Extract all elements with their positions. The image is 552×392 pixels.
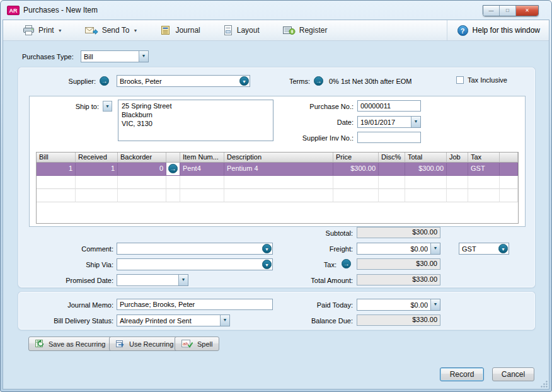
cell-empty[interactable]: [447, 176, 468, 189]
delivery-status-combo[interactable]: ▼: [117, 314, 230, 326]
supplier-detail-arrow-icon[interactable]: →: [100, 76, 109, 86]
promised-date-dropdown-icon[interactable]: ▼: [178, 275, 188, 285]
cell-empty[interactable]: [224, 189, 333, 202]
cell-empty[interactable]: [405, 189, 447, 202]
date-dropdown-icon[interactable]: ▼: [411, 117, 420, 127]
ship-via-combo[interactable]: ▼: [117, 258, 273, 270]
cell-received[interactable]: 1: [76, 163, 118, 176]
cell-empty[interactable]: [379, 176, 405, 189]
cell-empty[interactable]: [333, 176, 379, 189]
cell-empty[interactable]: [118, 189, 166, 202]
terms-detail-arrow-icon[interactable]: →: [314, 76, 323, 86]
cell-empty[interactable]: [37, 176, 76, 189]
cell-backorder[interactable]: 0: [118, 163, 166, 176]
comment-dropdown-icon[interactable]: ▼: [262, 244, 272, 253]
supplier-combo[interactable]: ▼: [117, 75, 250, 87]
comment-combo[interactable]: ▼: [117, 243, 273, 255]
ship-to-address[interactable]: 25 Spring Street Blackburn VIC, 3130: [118, 100, 273, 141]
supplier-dropdown-icon[interactable]: ▼: [239, 76, 249, 86]
paid-today-combo[interactable]: ▼: [357, 299, 440, 311]
cell-empty[interactable]: [447, 189, 468, 202]
supplier-inv-input[interactable]: [357, 132, 421, 143]
freight-tax-input[interactable]: [459, 243, 498, 254]
line-item-table: Bill Received Backorder Item Num... Desc…: [36, 152, 519, 224]
send-to-button[interactable]: Send To ▼: [82, 23, 141, 37]
comment-input[interactable]: [117, 243, 262, 254]
detail-box: Ship to: ▼ 25 Spring Street Blackburn VI…: [29, 96, 526, 227]
cell-empty[interactable]: [76, 176, 118, 189]
help-button[interactable]: ? Help for this window: [447, 20, 549, 40]
register-button[interactable]: Register: [279, 23, 331, 37]
tax-inclusive-checkbox[interactable]: [456, 76, 464, 84]
freight-dropdown-icon[interactable]: ▼: [430, 243, 440, 254]
date-combo[interactable]: ▼: [357, 116, 421, 128]
cell-empty[interactable]: [379, 189, 405, 202]
freight-tax-dropdown-icon[interactable]: ▼: [498, 244, 508, 253]
tax-detail-arrow-icon[interactable]: →: [342, 259, 351, 268]
cell-price[interactable]: $300.00: [333, 163, 379, 176]
cancel-button[interactable]: Cancel: [492, 367, 534, 381]
freight-combo[interactable]: ▼: [357, 243, 440, 255]
purchases-type-dropdown-icon[interactable]: ▼: [139, 51, 148, 62]
cell-empty[interactable]: [468, 189, 500, 202]
minimize-button[interactable]: —: [483, 6, 500, 16]
purchases-type-input[interactable]: [81, 51, 139, 62]
total-amount-label: Total Amount:: [271, 277, 353, 284]
promised-date-input[interactable]: [117, 275, 178, 285]
resize-grip[interactable]: [540, 380, 548, 388]
ship-to-dropdown[interactable]: ▼: [103, 101, 113, 112]
close-button[interactable]: ✕: [516, 6, 538, 16]
cell-tax[interactable]: GST: [468, 163, 500, 176]
journal-memo-input[interactable]: [117, 299, 273, 310]
delivery-status-input[interactable]: [117, 315, 220, 326]
print-button[interactable]: Print ▼: [20, 23, 66, 38]
cell-empty[interactable]: [468, 176, 500, 189]
cell-empty[interactable]: [76, 189, 118, 202]
balance-due-label: Balance Due:: [277, 317, 353, 325]
table-filler: [37, 202, 518, 223]
paid-today-dropdown-icon[interactable]: ▼: [430, 299, 440, 310]
purchases-type-combo[interactable]: ▼: [81, 50, 149, 62]
cell-empty[interactable]: [166, 176, 180, 189]
maximize-button[interactable]: □: [500, 6, 516, 16]
layout-button[interactable]: Layout: [220, 23, 263, 37]
ship-to-dropdown-icon[interactable]: ▼: [103, 101, 112, 112]
cell-bill[interactable]: 1: [37, 163, 76, 176]
cell-empty[interactable]: [37, 189, 76, 202]
cell-item-number[interactable]: Pent4: [180, 163, 224, 176]
purchase-no-input[interactable]: [357, 100, 421, 112]
cell-empty[interactable]: [166, 189, 180, 202]
title-bar[interactable]: AR Purchases - New Item — □ ✕: [1, 1, 551, 20]
use-recurring-button[interactable]: Use Recurring: [109, 337, 180, 351]
freight-tax-combo[interactable]: ▼: [459, 243, 509, 255]
row-detail-arrow-icon[interactable]: →: [168, 164, 178, 173]
cell-spacer: [500, 163, 518, 176]
ship-via-label: Ship Via:: [44, 261, 113, 268]
cell-description[interactable]: Pentium 4: [224, 163, 333, 176]
cell-empty[interactable]: [180, 189, 224, 202]
cell-empty[interactable]: [118, 176, 166, 189]
col-header-backorder: Backorder: [118, 153, 166, 163]
register-label: Register: [299, 26, 328, 35]
delivery-status-dropdown-icon[interactable]: ▼: [220, 315, 229, 326]
promised-date-combo[interactable]: ▼: [117, 274, 188, 286]
date-input[interactable]: [358, 117, 411, 127]
paid-today-input[interactable]: [357, 299, 430, 310]
journal-button[interactable]: Journal: [157, 23, 203, 37]
cell-disc[interactable]: [379, 163, 405, 176]
total-amount-value: $330.00: [357, 274, 440, 285]
cell-empty: [500, 189, 518, 202]
cell-empty[interactable]: [333, 189, 379, 202]
save-as-recurring-button[interactable]: Save as Recurring: [28, 337, 113, 351]
freight-input[interactable]: [357, 243, 430, 254]
cell-empty[interactable]: [405, 176, 447, 189]
cell-empty[interactable]: [180, 176, 224, 189]
cell-empty[interactable]: [224, 176, 333, 189]
cell-total[interactable]: $300.00: [405, 163, 447, 176]
spell-button[interactable]: ab Spell: [175, 337, 219, 351]
record-button[interactable]: Record: [440, 367, 484, 381]
ship-via-dropdown-icon[interactable]: ▼: [262, 260, 272, 269]
ship-via-input[interactable]: [117, 259, 262, 270]
supplier-input[interactable]: [117, 76, 239, 86]
cell-job[interactable]: [447, 163, 468, 176]
